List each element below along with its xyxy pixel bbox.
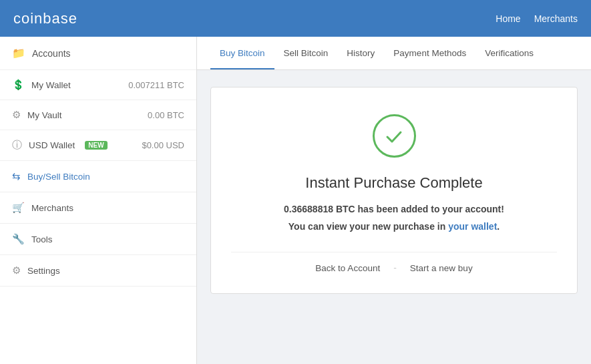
usd-wallet-value: $0.00 USD: [142, 140, 184, 150]
gear-icon: ⚙: [12, 264, 21, 277]
your-wallet-link[interactable]: your wallet: [448, 221, 497, 232]
tab-payment-methods[interactable]: Payment Methods: [384, 38, 475, 69]
tab-history[interactable]: History: [337, 38, 384, 69]
sidebar-accounts-header: 📁 Accounts: [0, 37, 196, 70]
cart-icon: 🛒: [12, 202, 25, 214]
tools-label: Tools: [31, 234, 53, 244]
tools-icon: 🔧: [12, 233, 25, 245]
buy-sell-label: Buy/Sell Bitcoin: [27, 172, 90, 182]
my-wallet-value: 0.007211 BTC: [128, 80, 184, 90]
start-new-buy-link[interactable]: Start a new buy: [410, 263, 473, 273]
success-icon: [373, 114, 416, 158]
tab-sell-bitcoin[interactable]: Sell Bitcoin: [274, 38, 338, 69]
purchase-title: Instant Purchase Complete: [231, 174, 557, 192]
merchants-label: Merchants: [31, 203, 73, 213]
folder-icon: 📁: [12, 47, 25, 59]
usd-wallet-label: USD Wallet: [29, 140, 75, 150]
sidebar-item-buy-sell[interactable]: ⇆ Buy/Sell Bitcoin: [0, 161, 196, 192]
sidebar-item-merchants[interactable]: 🛒 Merchants: [0, 192, 196, 224]
wallet-text-after: .: [497, 221, 500, 232]
settings-label: Settings: [27, 266, 60, 276]
card-actions: Back to Account - Start a new buy: [231, 252, 557, 273]
back-to-account-link[interactable]: Back to Account: [315, 263, 380, 273]
my-vault-value: 0.00 BTC: [148, 110, 184, 120]
sidebar-item-my-vault[interactable]: ⚙ My Vault 0.00 BTC: [0, 100, 196, 130]
logo: coinbase: [13, 10, 77, 27]
new-badge: NEW: [85, 141, 107, 150]
sidebar-item-my-wallet[interactable]: 💲 My Wallet 0.007211 BTC: [0, 70, 196, 100]
sidebar-item-tools[interactable]: 🔧 Tools: [0, 224, 196, 255]
purchase-description: 0.36688818 BTC has been added to your ac…: [231, 204, 557, 214]
nav-merchants[interactable]: Merchants: [534, 13, 578, 24]
tab-buy-bitcoin[interactable]: Buy Bitcoin: [210, 38, 274, 69]
wallet-text-before: You can view your new purchase in: [288, 221, 448, 232]
nav-home[interactable]: Home: [496, 13, 520, 24]
sidebar-item-usd-wallet[interactable]: ⓘ USD Wallet NEW $0.00 USD: [0, 130, 196, 161]
main-layout: 📁 Accounts 💲 My Wallet 0.007211 BTC ⚙ My…: [0, 37, 591, 364]
wallet-icon: 💲: [12, 79, 25, 91]
action-separator: -: [393, 262, 397, 273]
purchase-complete-card: Instant Purchase Complete 0.36688818 BTC…: [210, 87, 578, 294]
purchase-wallet-text: You can view your new purchase in your w…: [231, 221, 557, 232]
header: coinbase Home Merchants: [0, 0, 591, 37]
tab-verifications[interactable]: Verifications: [475, 38, 543, 69]
my-vault-label: My Vault: [27, 110, 62, 120]
usd-icon: ⓘ: [12, 139, 22, 152]
card-container: Instant Purchase Complete 0.36688818 BTC…: [197, 70, 591, 311]
accounts-label: Accounts: [32, 48, 71, 59]
vault-icon: ⚙: [12, 109, 21, 121]
content-area: Buy Bitcoin Sell Bitcoin History Payment…: [197, 37, 591, 364]
swap-icon: ⇆: [12, 170, 21, 182]
header-nav: Home Merchants: [496, 13, 578, 24]
sidebar-item-settings[interactable]: ⚙ Settings: [0, 255, 196, 287]
sidebar: 📁 Accounts 💲 My Wallet 0.007211 BTC ⚙ My…: [0, 37, 197, 364]
my-wallet-label: My Wallet: [31, 80, 71, 90]
tab-bar: Buy Bitcoin Sell Bitcoin History Payment…: [197, 37, 591, 70]
